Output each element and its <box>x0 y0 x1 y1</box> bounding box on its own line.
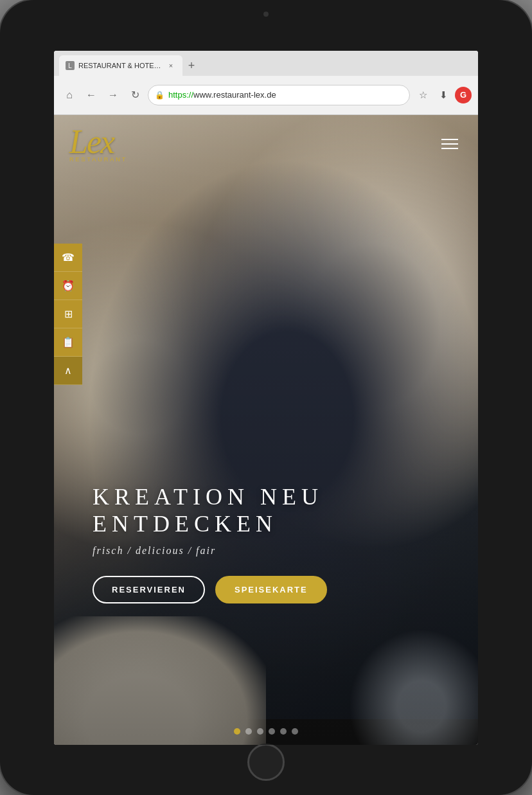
hamburger-line-2 <box>441 143 458 145</box>
tablet-screen: L RESTAURANT & HOTEL LEX × + ⌂ ← → ↻ 🔒 h… <box>54 51 478 745</box>
logo-script: Lex <box>69 125 114 159</box>
tablet-frame: L RESTAURANT & HOTEL LEX × + ⌂ ← → ↻ 🔒 h… <box>0 0 532 795</box>
home-button[interactable]: ⌂ <box>60 86 78 104</box>
side-reservation-button[interactable]: 📋 <box>54 328 82 357</box>
download-button[interactable]: ⬇ <box>434 86 452 104</box>
hamburger-menu-button[interactable] <box>437 131 463 157</box>
profile-button[interactable]: G <box>455 87 472 103</box>
hero-subtext: frisch / delicious / fair <box>93 545 459 557</box>
ssl-lock-icon: 🔒 <box>155 91 164 100</box>
website-content: Lex RESTAURANT ☎ ⏰ ⊞ 📋 ∧ KREATION NEU <box>54 115 478 745</box>
logo-subtitle: RESTAURANT <box>69 156 127 163</box>
slider-dot-4[interactable] <box>269 728 275 735</box>
side-icons-panel: ☎ ⏰ ⊞ 📋 ∧ <box>54 244 82 385</box>
hero-buttons: RESERVIEREN SPEISEKARTE <box>93 576 459 603</box>
slider-dot-1[interactable] <box>234 728 240 735</box>
reload-button[interactable]: ↻ <box>126 86 144 104</box>
side-phone-button[interactable]: ☎ <box>54 244 82 272</box>
bookmark-button[interactable]: ☆ <box>414 86 432 104</box>
menu-button[interactable]: SPEISEKARTE <box>215 576 327 603</box>
hamburger-line-1 <box>441 139 458 140</box>
site-logo: Lex RESTAURANT <box>69 125 127 163</box>
side-hours-button[interactable]: ⏰ <box>54 272 82 300</box>
site-header: Lex RESTAURANT <box>54 115 478 173</box>
url-text: https://www.restaurant-lex.de <box>168 90 276 100</box>
tab-title: RESTAURANT & HOTEL LEX <box>78 62 162 69</box>
url-protocol: https:// <box>168 90 193 100</box>
hamburger-line-3 <box>441 148 458 149</box>
hero-content: KREATION NEU ENTDECKEN frisch / deliciou… <box>93 483 459 603</box>
toolbar-actions: ☆ ⬇ G <box>414 86 472 104</box>
browser-tab-active[interactable]: L RESTAURANT & HOTEL LEX × <box>59 55 182 76</box>
tab-close-button[interactable]: × <box>166 60 176 71</box>
side-scroll-up-button[interactable]: ∧ <box>54 357 82 385</box>
slider-dots <box>234 728 298 735</box>
hero-headline: KREATION NEU ENTDECKEN <box>93 483 459 537</box>
browser-chrome: L RESTAURANT & HOTEL LEX × + ⌂ ← → ↻ 🔒 h… <box>54 51 478 115</box>
url-domain: www.restaurant-lex.de <box>193 90 276 100</box>
forward-button[interactable]: → <box>104 86 122 104</box>
browser-tabs: L RESTAURANT & HOTEL LEX × + <box>54 51 478 76</box>
slider-dot-3[interactable] <box>257 728 263 735</box>
back-button[interactable]: ← <box>82 86 100 104</box>
slider-dot-5[interactable] <box>280 728 287 735</box>
tab-favicon: L <box>66 61 75 70</box>
side-menu-button[interactable]: ⊞ <box>54 300 82 328</box>
reserve-button[interactable]: RESERVIEREN <box>93 576 205 603</box>
hero-overlay <box>54 115 478 745</box>
slider-dot-2[interactable] <box>245 728 252 735</box>
slider-dot-6[interactable] <box>292 728 298 735</box>
browser-toolbar: ⌂ ← → ↻ 🔒 https://www.restaurant-lex.de … <box>54 76 478 114</box>
new-tab-button[interactable]: + <box>182 57 200 75</box>
address-bar[interactable]: 🔒 https://www.restaurant-lex.de <box>148 85 410 105</box>
